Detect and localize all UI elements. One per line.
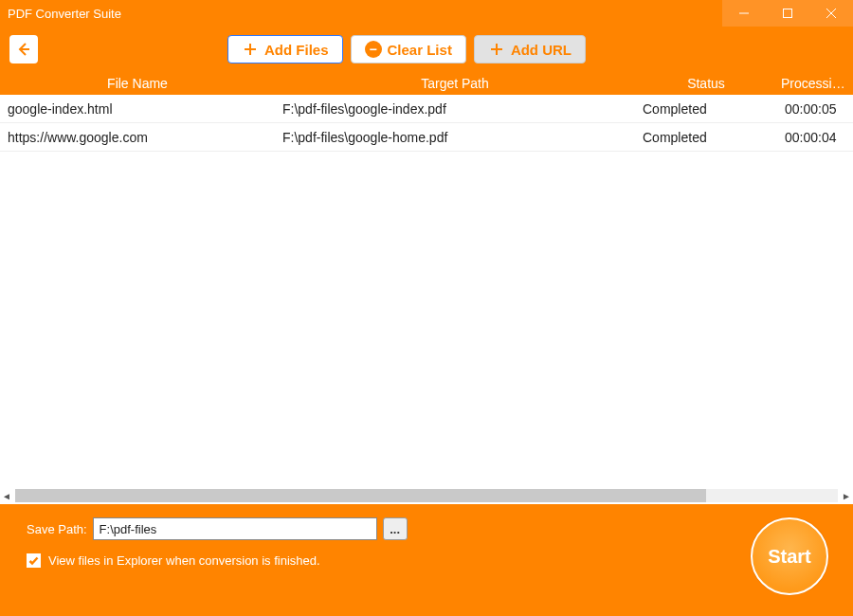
titlebar: PDF Converter Suite	[0, 0, 853, 27]
cell-name: google-index.html	[0, 101, 275, 117]
start-label: Start	[768, 546, 811, 568]
save-path-row: Save Path: ...	[27, 517, 834, 540]
window-title: PDF Converter Suite	[0, 7, 722, 21]
cell-time: 00:00:04	[777, 130, 853, 145]
plus-icon	[488, 41, 505, 58]
col-header-path[interactable]: Target Path	[275, 76, 635, 91]
save-path-input[interactable]	[93, 517, 377, 540]
check-icon	[28, 555, 39, 566]
minimize-icon	[738, 8, 750, 19]
cell-path: F:\pdf-files\google-home.pdf	[275, 130, 635, 145]
add-files-label: Add Files	[264, 42, 329, 58]
maximize-button[interactable]	[766, 0, 809, 27]
maximize-icon	[782, 8, 793, 19]
svg-rect-1	[784, 9, 792, 18]
table-row[interactable]: https://www.google.com F:\pdf-files\goog…	[0, 123, 853, 152]
col-header-time[interactable]: Processing T	[777, 76, 853, 91]
add-url-label: Add URL	[511, 42, 572, 58]
close-button[interactable]	[809, 0, 853, 27]
minus-circle-icon: −	[365, 41, 382, 58]
ellipsis-icon: ...	[390, 522, 400, 536]
col-header-name[interactable]: File Name	[0, 76, 275, 91]
close-icon	[826, 8, 837, 19]
start-button[interactable]: Start	[751, 517, 828, 595]
table-row[interactable]: google-index.html F:\pdf-files\google-in…	[0, 95, 853, 123]
scroll-thumb[interactable]	[15, 489, 706, 502]
back-button[interactable]	[9, 35, 38, 63]
clear-list-button[interactable]: − Clear List	[351, 35, 466, 63]
cell-path: F:\pdf-files\google-index.pdf	[275, 101, 635, 117]
browse-button[interactable]: ...	[383, 517, 408, 540]
footer: Save Path: ... View files in Explorer wh…	[0, 504, 853, 616]
scroll-right-icon[interactable]: ►	[840, 489, 853, 502]
plus-icon	[242, 41, 259, 58]
window-controls	[722, 0, 853, 27]
cell-status: Completed	[635, 101, 777, 117]
scroll-left-icon[interactable]: ◄	[0, 489, 13, 502]
add-url-button[interactable]: Add URL	[474, 35, 586, 63]
minimize-button[interactable]	[722, 0, 766, 27]
back-arrow-icon	[15, 41, 32, 58]
cell-status: Completed	[635, 130, 777, 145]
toolbar: Add Files − Clear List Add URL	[0, 27, 853, 72]
table-header: File Name Target Path Status Processing …	[0, 72, 853, 95]
file-grid: google-index.html F:\pdf-files\google-in…	[0, 95, 853, 487]
scroll-track[interactable]	[15, 489, 838, 502]
clear-list-label: Clear List	[388, 42, 452, 58]
col-header-status[interactable]: Status	[635, 76, 777, 91]
save-path-label: Save Path:	[27, 522, 87, 536]
app-window: PDF Converter Suite Add Files	[0, 0, 853, 616]
view-files-checkbox[interactable]	[27, 553, 41, 568]
cell-name: https://www.google.com	[0, 130, 275, 145]
cell-time: 00:00:05	[777, 101, 853, 117]
view-files-label: View files in Explorer when conversion i…	[48, 553, 320, 568]
add-files-button[interactable]: Add Files	[227, 35, 343, 63]
view-files-row: View files in Explorer when conversion i…	[27, 553, 834, 568]
horizontal-scrollbar[interactable]: ◄ ►	[0, 487, 853, 504]
